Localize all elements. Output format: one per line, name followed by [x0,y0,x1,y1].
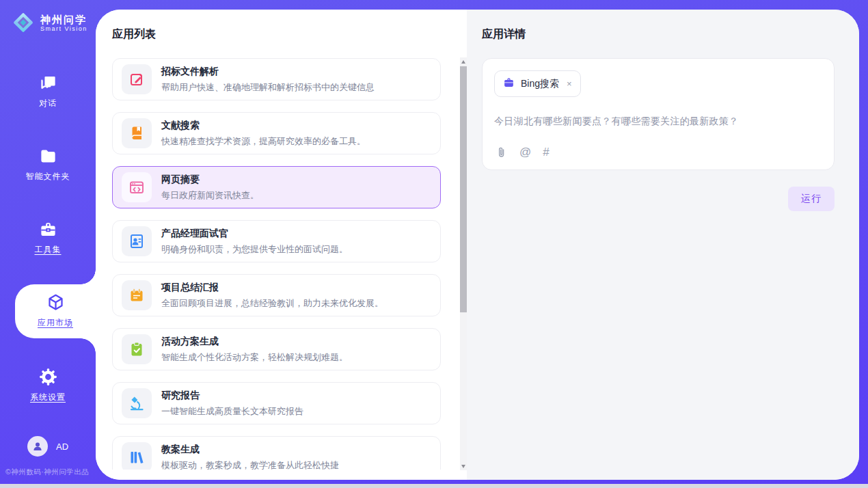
logo-subtitle: Smart Vision [40,25,87,32]
edit-document-icon [122,64,152,94]
logo-diamond-icon [11,10,36,35]
scroll-down-arrow-icon[interactable] [460,462,467,470]
sidebar-item-4[interactable]: 应用市场 [15,284,96,338]
briefcase-icon [503,77,515,91]
app-card-title: 网页摘要 [161,174,259,186]
app-card[interactable]: 产品经理面试官明确身份和职责，为您提供专业性的面试问题。 [112,220,441,262]
microscope-icon [122,388,152,418]
cube-icon [46,293,65,312]
app-detail-panel: 应用详情 Bing搜索 × 今日湖北有哪些新闻要点？有哪些需要关注的最新政策？ … [467,10,859,480]
app-card[interactable]: 教案生成模板驱动，教案秒成，教学准备从此轻松快捷 [112,436,441,470]
app-card[interactable]: 项目总结汇报全面回顾项目进展，总结经验教训，助力未来优化发展。 [112,274,441,316]
scrollbar-thumb[interactable] [460,66,467,312]
app-card[interactable]: 网页摘要每日政府新闻资讯快查。 [112,166,441,208]
user-label: AD [56,442,68,452]
app-card-desc: 每日政府新闻资讯快查。 [161,189,259,202]
sidebar-item-label: 对话 [39,98,57,109]
folder-icon [39,147,57,165]
app-card-title: 招标文件解析 [161,66,375,78]
sidebar-item-2[interactable]: 智能文件夹 [0,138,96,191]
sidebar-item-label: 工具集 [35,244,62,256]
sidebar-nav: 对话智能文件夹工具集应用市场系统设置 [0,65,96,432]
sidebar-item-3[interactable]: 工具集 [0,211,96,264]
app-card-desc: 模板驱动，教案秒成，教学准备从此轻松快捷 [161,459,339,470]
avatar [27,436,48,457]
calendar-icon [122,280,152,310]
books-icon [122,442,152,470]
app-card-title: 文献搜索 [161,120,366,132]
app-card-title: 教案生成 [161,444,339,456]
tool-chip-label: Bing搜索 [521,78,559,90]
browser-code-icon [122,172,152,202]
scroll-up-arrow-icon[interactable] [460,57,467,66]
sidebar-item-5[interactable]: 系统设置 [0,359,96,411]
app-list-title: 应用列表 [112,27,453,42]
chip-close-icon[interactable]: × [567,79,572,88]
toolbox-icon [39,220,57,239]
clipboard-check-icon [122,334,152,364]
app-detail-title: 应用详情 [482,27,835,42]
app-card-desc: 一键智能生成高质量长文本研究报告 [161,405,303,418]
app-card-desc: 智能生成个性化活动方案，轻松解决规划难题。 [161,351,348,364]
prompt-card[interactable]: Bing搜索 × 今日湖北有哪些新闻要点？有哪些需要关注的最新政策？ @# [482,58,835,170]
bottom-edge-strip [0,484,868,488]
app-logo: 神州问学 Smart Vision [0,0,96,35]
app-card[interactable]: 招标文件解析帮助用户快速、准确地理解和解析招标书中的关键信息 [112,58,441,100]
interviewer-icon [122,226,152,256]
sidebar-item-1[interactable]: 对话 [0,65,96,118]
app-card[interactable]: 活动方案生成智能生成个性化活动方案，轻松解决规划难题。 [112,328,441,370]
app-card-title: 活动方案生成 [161,336,348,348]
sidebar-item-label: 智能文件夹 [26,171,70,182]
at-icon[interactable]: @ [519,146,531,159]
app-card-desc: 帮助用户快速、准确地理解和解析招标书中的关键信息 [161,81,375,94]
prompt-input[interactable]: 今日湖北有哪些新闻要点？有哪些需要关注的最新政策？ [494,116,822,128]
app-card-desc: 全面回顾项目进展，总结经验教训，助力未来优化发展。 [161,297,383,310]
sidebar-item-label: 系统设置 [30,392,66,403]
app-card-desc: 快速精准查找学术资源，提高研究效率的必备工具。 [161,135,366,148]
hash-icon[interactable]: # [543,146,549,159]
app-card-title: 产品经理面试官 [161,228,348,240]
logo-title: 神州问学 [40,14,87,25]
chat-icon [39,74,57,92]
sidebar-item-label: 应用市场 [38,317,73,329]
user-row[interactable]: AD [0,436,96,457]
app-card[interactable]: 文献搜索快速精准查找学术资源，提高研究效率的必备工具。 [112,112,441,154]
main-content: 应用列表 招标文件解析帮助用户快速、准确地理解和解析招标书中的关键信息文献搜索快… [96,10,859,480]
app-card-desc: 明确身份和职责，为您提供专业性的面试问题。 [161,243,348,256]
app-list-panel: 应用列表 招标文件解析帮助用户快速、准确地理解和解析招标书中的关键信息文献搜索快… [96,10,467,480]
run-button[interactable]: 运行 [788,187,835,211]
app-card[interactable]: 研究报告一键智能生成高质量长文本研究报告 [112,382,441,424]
scrollbar[interactable] [460,57,467,470]
tool-chip-bing-search[interactable]: Bing搜索 × [494,70,581,97]
sidebar: 神州问学 Smart Vision 对话智能文件夹工具集应用市场系统设置 AD … [0,0,96,484]
app-card-title: 项目总结汇报 [161,282,383,294]
attachment-toolbar: @# [496,146,550,159]
gear-icon [39,368,57,386]
paperclip-icon[interactable] [496,146,508,159]
app-list: 招标文件解析帮助用户快速、准确地理解和解析招标书中的关键信息文献搜索快速精准查找… [112,58,441,470]
copyright-footer: ©神州数码·神州问学出品 [5,467,96,477]
app-card-title: 研究报告 [161,390,303,402]
book-icon [122,118,152,148]
